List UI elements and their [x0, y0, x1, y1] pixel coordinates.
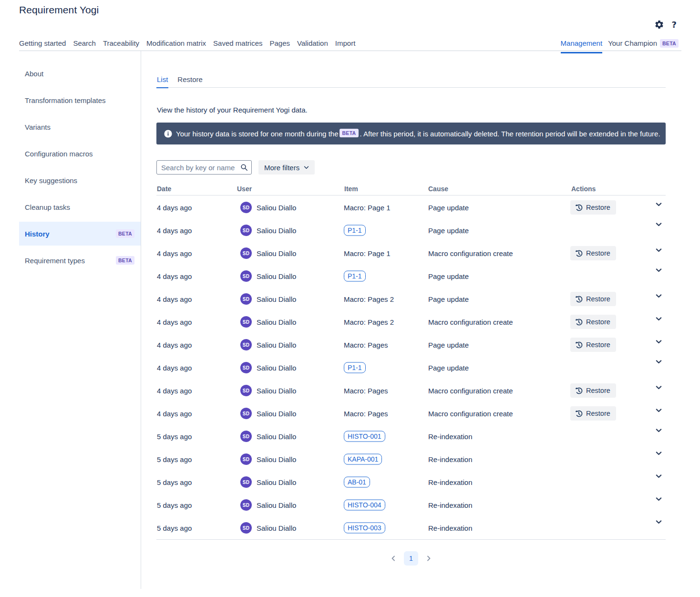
- nav-item-pages[interactable]: Pages: [269, 39, 290, 52]
- tab-restore[interactable]: Restore: [177, 75, 203, 87]
- banner-text-after: . After this period, it is automatically…: [360, 130, 660, 138]
- requirement-key-badge[interactable]: P1-1: [344, 271, 366, 282]
- sidebar-item-key-suggestions[interactable]: Key suggestions: [19, 168, 141, 192]
- sidebar-item-label: About: [25, 70, 43, 78]
- requirement-key-badge[interactable]: HISTO-003: [344, 523, 385, 534]
- row-cause: Macro configuration create: [428, 410, 513, 418]
- sidebar-item-about[interactable]: About: [19, 62, 141, 85]
- more-filters-button[interactable]: More filters: [258, 160, 315, 175]
- restore-button[interactable]: Restore: [570, 292, 616, 306]
- next-page-button[interactable]: [423, 553, 434, 564]
- sidebar-item-history[interactable]: HistoryBETA: [19, 222, 141, 246]
- restore-button[interactable]: Restore: [570, 315, 616, 329]
- row-cause: Page update: [428, 204, 469, 212]
- nav-item-getting-started[interactable]: Getting started: [19, 39, 66, 52]
- sidebar-item-requirement-types[interactable]: Requirement typesBETA: [19, 248, 141, 272]
- requirement-key-badge[interactable]: HISTO-001: [344, 431, 385, 442]
- row-expand-chevron-icon[interactable]: [653, 425, 664, 436]
- sidebar-item-configuration-macros[interactable]: Configuration macros: [19, 142, 141, 165]
- row-item: HISTO-001: [344, 431, 385, 442]
- row-expand-chevron-icon[interactable]: [653, 336, 664, 348]
- restore-button[interactable]: Restore: [570, 406, 616, 421]
- sidebar-item-label: Transformation templates: [25, 96, 106, 104]
- row-date: 4 days ago: [157, 272, 192, 280]
- row-item: HISTO-003: [344, 523, 385, 534]
- nav-item-traceability[interactable]: Traceability: [103, 39, 139, 52]
- restore-button-label: Restore: [586, 249, 610, 257]
- restore-button-label: Restore: [586, 341, 610, 349]
- sidebar-item-transformation-templates[interactable]: Transformation templates: [19, 88, 141, 112]
- row-cause: Macro configuration create: [428, 387, 513, 395]
- nav-item-validation[interactable]: Validation: [297, 39, 328, 52]
- requirement-key-badge[interactable]: P1-1: [344, 225, 366, 236]
- row-cause: Page update: [428, 226, 469, 235]
- banner-text-before: Your history data is stored for one mont…: [176, 130, 338, 138]
- nav-item-management[interactable]: Management: [561, 39, 603, 52]
- restore-button[interactable]: Restore: [570, 200, 616, 215]
- avatar: SD: [240, 408, 252, 419]
- restore-button-label: Restore: [586, 410, 610, 417]
- table-row: 5 days ago SD Saliou Diallo HISTO-003 Re…: [156, 516, 666, 539]
- row-user-name: Saliou Diallo: [257, 249, 296, 257]
- row-cause: Macro configuration create: [428, 249, 513, 257]
- restore-button[interactable]: Restore: [570, 383, 616, 398]
- row-date: 5 days ago: [157, 455, 192, 463]
- row-date: 4 days ago: [157, 410, 192, 418]
- row-expand-chevron-icon[interactable]: [653, 382, 664, 393]
- row-cause: Macro configuration create: [428, 318, 513, 326]
- row-item: HISTO-004: [344, 500, 385, 511]
- requirement-key-badge[interactable]: KAPA-001: [344, 454, 382, 465]
- avatar: SD: [240, 522, 252, 534]
- row-expand-chevron-icon[interactable]: [653, 356, 664, 368]
- table-row: 4 days ago SD Saliou Diallo Macro: Page …: [156, 242, 666, 265]
- tab-list[interactable]: List: [156, 75, 168, 87]
- row-expand-chevron-icon[interactable]: [653, 199, 664, 210]
- row-cause: Re-indexation: [428, 455, 473, 463]
- nav-item-modification-matrix[interactable]: Modification matrix: [146, 39, 206, 52]
- row-cause: Re-indexation: [428, 501, 473, 509]
- restore-button[interactable]: Restore: [570, 338, 616, 352]
- search-input[interactable]: [156, 160, 252, 175]
- row-expand-chevron-icon[interactable]: [653, 313, 664, 325]
- restore-button[interactable]: Restore: [570, 246, 616, 260]
- nav-item-your-champion[interactable]: Your Champion: [608, 39, 657, 52]
- sidebar-item-variants[interactable]: Variants: [19, 115, 141, 139]
- row-date: 5 days ago: [157, 432, 192, 441]
- column-header-date: Date: [157, 185, 171, 193]
- avatar: SD: [240, 362, 252, 373]
- row-user-name: Saliou Diallo: [257, 295, 296, 303]
- row-date: 5 days ago: [157, 501, 192, 509]
- row-item: Macro: Page 1: [344, 249, 391, 257]
- row-cause: Page update: [428, 295, 469, 303]
- row-date: 4 days ago: [157, 364, 192, 372]
- row-expand-chevron-icon[interactable]: [653, 516, 664, 528]
- avatar: SD: [240, 270, 252, 282]
- requirement-key-badge[interactable]: AB-01: [344, 477, 370, 488]
- row-date: 5 days ago: [157, 478, 192, 486]
- nav-item-saved-matrices[interactable]: Saved matrices: [213, 39, 262, 52]
- row-expand-chevron-icon[interactable]: [653, 448, 664, 459]
- avatar: SD: [240, 316, 252, 328]
- requirement-key-badge[interactable]: HISTO-004: [344, 500, 385, 511]
- search-box: [156, 160, 252, 175]
- chevron-down-icon: [304, 166, 309, 169]
- previous-page-button[interactable]: [388, 553, 399, 564]
- nav-item-search[interactable]: Search: [73, 39, 96, 52]
- row-expand-chevron-icon[interactable]: [653, 219, 664, 230]
- row-expand-chevron-icon[interactable]: [653, 494, 664, 505]
- current-page-button[interactable]: 1: [404, 551, 418, 566]
- table-row: 4 days ago SD Saliou Diallo Macro: Pages…: [156, 288, 666, 310]
- row-item: AB-01: [344, 477, 370, 488]
- row-date: 4 days ago: [157, 341, 192, 349]
- sidebar-item-cleanup-tasks[interactable]: Cleanup tasks: [19, 195, 141, 219]
- nav-item-import[interactable]: Import: [335, 39, 356, 52]
- row-expand-chevron-icon[interactable]: [653, 471, 664, 482]
- row-user-name: Saliou Diallo: [257, 318, 296, 326]
- row-expand-chevron-icon[interactable]: [653, 245, 664, 256]
- row-expand-chevron-icon[interactable]: [653, 405, 664, 416]
- row-expand-chevron-icon[interactable]: [653, 265, 664, 276]
- row-expand-chevron-icon[interactable]: [653, 290, 664, 302]
- requirement-key-badge[interactable]: P1-1: [344, 362, 366, 373]
- settings-gear-icon[interactable]: [654, 20, 664, 30]
- help-icon[interactable]: ?: [672, 20, 677, 30]
